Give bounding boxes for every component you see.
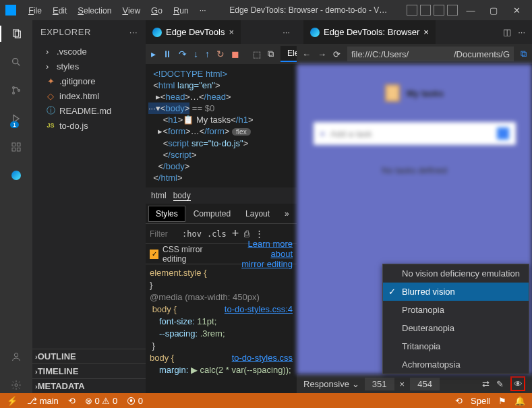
vision-emulation-button[interactable]: 👁 (510, 376, 525, 391)
height-input[interactable]: 454 (410, 378, 440, 390)
minimize-button[interactable]: — (461, 5, 481, 16)
tab-styles[interactable]: Styles (148, 206, 185, 222)
tree-file-gitignore[interactable]: ✦.gitignore (35, 74, 146, 88)
tree-folder-vscode[interactable]: ›.vscode (35, 44, 146, 59)
step-over-icon[interactable]: ↷ (179, 49, 187, 59)
svg-point-11 (14, 353, 18, 357)
vision-blurred[interactable]: ✓Blurred vision (383, 283, 529, 301)
restart-icon[interactable]: ↻ (216, 49, 225, 59)
step-out-icon[interactable]: ↑ (205, 49, 210, 59)
menu-run[interactable]: Run (169, 4, 193, 17)
back-icon[interactable]: ← (302, 49, 311, 59)
bell-icon[interactable]: 🔔 (514, 396, 525, 406)
menu-file[interactable]: File (24, 4, 46, 17)
bc-body[interactable]: body (173, 191, 191, 201)
debug-badge: 1 (10, 121, 19, 128)
width-input[interactable]: 351 (365, 378, 394, 390)
dom-tree[interactable]: <!DOCTYPE html> <html lang="en"> ▸<head>… (146, 64, 297, 187)
layout-icons[interactable] (407, 5, 458, 16)
close-icon[interactable]: × (229, 27, 234, 37)
pause-icon[interactable]: ⏸ (162, 49, 172, 59)
note-icon (385, 84, 400, 102)
svg-rect-7 (12, 143, 16, 146)
tab-layout[interactable]: Layout (239, 206, 276, 221)
vision-achromatopsia[interactable]: Achromatopsia (383, 355, 529, 374)
page-title: My tasks (385, 84, 444, 102)
reload-icon[interactable]: ⟳ (333, 49, 341, 59)
split-icon[interactable]: ◫ (503, 27, 511, 37)
more-filter-icon[interactable]: ⋮ (255, 229, 264, 239)
css-source-link[interactable]: to-do-styles.css:4 (225, 303, 293, 316)
dom-breadcrumb: html body (146, 187, 297, 204)
add-task-input[interactable]: + Add a task (314, 122, 516, 145)
step-into-icon[interactable]: ↓ (194, 49, 198, 59)
menu-edit[interactable]: Edit (49, 4, 71, 17)
vision-deuteranopia[interactable]: Deuteranopia (383, 319, 529, 337)
tree-folder-styles[interactable]: ›styles (35, 59, 146, 74)
radio-icon[interactable]: ⦿ 0 (127, 396, 143, 406)
search-icon[interactable] (8, 54, 24, 70)
css-source-link2[interactable]: to-do-styles.css (232, 352, 293, 364)
maximize-button[interactable]: ▢ (483, 5, 504, 16)
branch-indicator[interactable]: ⎇ main (27, 396, 59, 406)
source-control-icon[interactable] (8, 82, 24, 98)
mirror-checkbox[interactable]: ✓ (150, 250, 158, 259)
problems-indicator[interactable]: ⊗ 0 ⚠ 0 (85, 396, 117, 406)
tab-more-icon[interactable]: ··· (276, 27, 297, 37)
css-rules[interactable]: element.style { } @media (max-width: 450… (146, 264, 297, 393)
svg-rect-10 (17, 143, 20, 146)
run-debug-icon[interactable]: 1 (8, 111, 24, 127)
settings-icon[interactable] (8, 377, 24, 393)
remote-icon[interactable]: ⚡ (7, 396, 18, 406)
forward-icon[interactable]: → (318, 49, 326, 59)
tree-file-index[interactable]: ◇index.html (35, 88, 146, 103)
tree-file-readme[interactable]: ⓘREADME.md (35, 103, 146, 118)
spell-indicator[interactable]: Spell (471, 396, 490, 406)
extensions-icon[interactable] (8, 139, 24, 155)
tab-more-icon[interactable]: » (278, 206, 296, 221)
bc-html[interactable]: html (151, 191, 167, 200)
browser-tab[interactable]: Edge DevTools: Browser × (303, 20, 436, 44)
menu-selection[interactable]: Selection (73, 4, 115, 17)
vision-protanopia[interactable]: Protanopia (383, 301, 529, 319)
close-icon[interactable]: × (423, 27, 429, 37)
tab-devtools[interactable]: Edge DevTools × (146, 20, 241, 44)
cls-button[interactable]: .cls (207, 229, 227, 239)
account-icon[interactable] (8, 349, 24, 365)
url-bar[interactable]: file:///C:/Users//Documents/G (347, 47, 514, 61)
menu-more[interactable]: ··· (196, 4, 210, 16)
metadata-section[interactable]: › METADATA (32, 378, 146, 393)
edge-icon[interactable] (8, 167, 24, 183)
prettier-icon[interactable]: ⚑ (498, 396, 506, 406)
wand-icon[interactable]: ✎ (496, 379, 504, 389)
sync-icon[interactable]: ⟲ (68, 396, 76, 406)
explorer-icon[interactable] (0, 26, 32, 42)
filter-input[interactable] (150, 229, 177, 239)
menu-view[interactable]: View (118, 4, 144, 17)
devtools-launch-icon[interactable]: ⧉ (521, 49, 527, 59)
feedback-icon[interactable]: ⟲ (455, 396, 463, 406)
continue-icon[interactable]: ▸ (151, 49, 156, 59)
tab-computed[interactable]: Computed (187, 206, 237, 221)
tree-file-todojs[interactable]: JSto-do.js (35, 118, 146, 133)
svg-point-12 (15, 384, 18, 386)
plus-icon: + (320, 129, 326, 139)
explorer-more-icon[interactable]: ··· (129, 27, 138, 37)
outline-section[interactable]: › OUTLINE (32, 349, 146, 363)
close-button[interactable]: ✕ (506, 5, 527, 16)
more-icon[interactable]: ··· (518, 27, 525, 37)
rotate-icon[interactable]: ⇄ (482, 379, 490, 389)
hov-button[interactable]: :hov (182, 229, 202, 239)
explorer-title: EXPLORER (40, 27, 91, 37)
vision-none[interactable]: No vision deficiency emulation (383, 264, 529, 283)
window-title: Edge DevTools: Browser - demo-to-do - V… (213, 5, 404, 15)
menu-go[interactable]: Go (147, 4, 167, 17)
device-icon[interactable]: ⧉ (268, 49, 274, 59)
print-icon[interactable]: ⎙ (244, 229, 249, 239)
submit-icon[interactable] (497, 127, 509, 140)
timeline-section[interactable]: › TIMELINE (32, 363, 146, 378)
stop-icon[interactable]: ◼ (231, 49, 239, 59)
vision-tritanopia[interactable]: Tritanopia (383, 337, 529, 355)
inspect-icon[interactable]: ⬚ (253, 49, 261, 59)
responsive-dropdown[interactable]: Responsive ⌄ (303, 379, 359, 389)
